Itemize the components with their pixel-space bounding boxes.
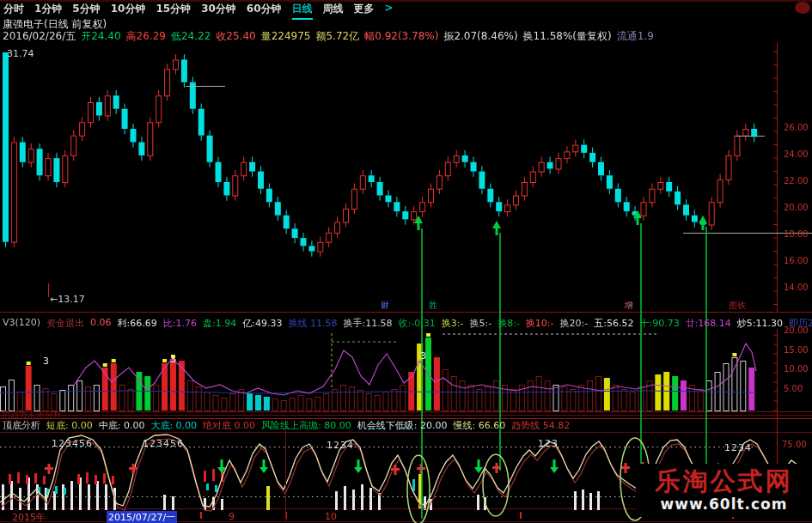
dingdi-seg: 短底: 0.00 [46,419,93,432]
faint-char: 增 [625,300,633,312]
wave-count-label: 123 [538,438,559,449]
v3-seg: 换手:11.58 [343,317,392,330]
timeline-label: 9 [229,511,235,522]
quote-seg: 幅0.92(3.78%) [364,29,438,44]
bottom-axis-tick: 75.00 [782,440,807,449]
wave-count-label: 1234 [724,442,752,453]
quote-seg: 收25.40 [216,29,255,44]
quote-seg: 振2.07(8.46%) [443,29,517,44]
wave-count-label: 123456 [52,438,93,449]
main-axis-tick: 20.00 [784,203,809,212]
menu-item-更多[interactable]: 更多 [354,2,375,20]
v3-seg: 盘:1.94 [203,317,236,330]
menu-item->[interactable]: > [385,2,394,20]
v3-seg: 比:1.76 [163,317,197,330]
quote-seg: 低24.22 [171,29,211,44]
indicator-row-dingdi: 顶底分析短底: 0.00中底: 0.00大底: 0.00绝对底 0.00风险线上… [3,419,570,432]
dingdi-seg: 机会线下低吸: 20.00 [357,419,448,432]
wave-count-label: 1234 [327,440,354,451]
quote-seg: 高26.29 [126,29,166,44]
high-price-label: 31.74 [7,48,34,59]
quote-row: 2016/02/26/五开24.40高26.29低24.22收25.40量224… [3,29,654,44]
dingdi-seg: 慢线: 66.60 [454,419,506,432]
v3-seg: 亿:49.33 [242,317,282,330]
indicator-row-v3: V3(120)资金退出0.06利:66.69比:1.76盘:1.94亿:49.3… [3,317,812,330]
v3-seg: 资金退出 [46,317,84,330]
dingdi-seg: 中底: 0.00 [99,419,145,432]
v3-seg: 换5:- [469,317,491,330]
v3-seg: 十:90.73 [639,317,679,330]
mid-axis-tick: 5.00 [784,384,803,393]
volume-label: 3 [420,350,427,362]
menu-item-周线[interactable]: 周线 [323,2,344,20]
timeline-label: 2015/07/27/一 [107,511,177,523]
v3-seg: V3(120) [3,317,40,330]
quote-seg: 2016/02/26/五 [3,29,76,44]
watermark-title: 乐淘公式网 [636,466,812,496]
timeline-label: 2015年 [12,511,46,523]
mid-axis-tick: 15.00 [784,345,809,355]
menu-item-15分钟[interactable]: 15分钟 [156,2,191,20]
timeline-label: 10 [325,511,337,522]
v3-seg: 换8:- [498,317,520,330]
v3-seg: 0.06 [90,317,112,330]
v3-seg: 换3:- [442,317,464,330]
menu-item-60分钟[interactable]: 60分钟 [247,2,282,20]
main-axis-tick: 26.00 [784,123,809,132]
mid-axis-tick: 10.00 [784,364,809,374]
quote-seg: 换11.58%(量复权) [523,29,612,44]
v3-seg: 廿:168.14 [686,317,731,330]
v3-seg: 炒5:11.30 [737,317,783,330]
v3-seg: 换20:- [560,317,589,330]
dingdi-seg: 趋势线 54.82 [511,419,570,432]
low-price-label: ←13.17 [50,294,85,305]
faint-char: 胜 [429,300,437,312]
faint-char: 图铁 [729,300,746,312]
v3-seg: 收:-0.31 [399,317,436,330]
app-window: 分时1分钟5分钟10分钟15分钟30分钟60分钟日线周线更多> 康强电子(日线 … [0,0,812,523]
chart-canvas [0,0,812,523]
quote-seg: 流通1.9 [617,29,654,44]
quote-seg: 开24.40 [81,29,120,44]
main-axis-tick: 16.00 [784,256,809,265]
watermark-url: www.60lt.com [636,496,812,513]
dingdi-seg: 大底: 0.00 [150,419,197,432]
wave-count-label: 123456 [143,438,184,449]
menu-item-30分钟[interactable]: 30分钟 [201,2,236,20]
menu-item-日线[interactable]: 日线 [292,2,313,20]
volume-label: 3 [170,354,177,365]
menu-item-10分钟[interactable]: 10分钟 [111,2,146,20]
quote-seg: 额5.72亿 [315,29,359,44]
dingdi-seg: 顶底分析 [3,419,40,432]
dingdi-seg: 风险线上高抛: 80.00 [261,419,351,432]
v3-seg: 五:56.52 [594,317,633,330]
v3-seg: 换10:- [526,317,554,330]
dingdi-seg: 绝对底 0.00 [203,419,255,432]
main-axis-tick: 18.00 [784,229,809,239]
main-axis-tick: 24.00 [784,149,809,159]
main-axis-tick: 14.00 [784,283,809,292]
v3-seg: 换线 11.58 [288,317,337,330]
volume-label: 3 [43,356,50,367]
main-axis-tick: 22.00 [784,176,809,185]
quote-seg: 量224975 [261,29,311,44]
mid-axis-tick: 20.00 [784,325,809,335]
watermark: 乐淘公式网 www.60lt.com [636,464,812,517]
v3-seg: 利:66.69 [118,317,157,330]
faint-char: 财 [381,300,389,312]
